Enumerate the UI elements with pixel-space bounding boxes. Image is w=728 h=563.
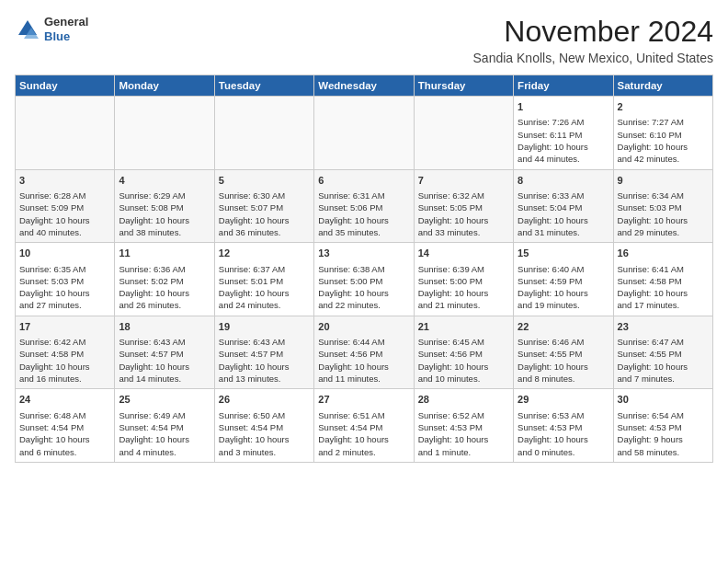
calendar-cell [414,97,513,170]
weekday-header-monday: Monday [115,75,214,97]
day-number: 5 [219,174,310,188]
day-number: 28 [418,393,509,407]
calendar-cell: 2Sunrise: 7:27 AM Sunset: 6:10 PM Daylig… [613,97,712,170]
calendar-cell: 7Sunrise: 6:32 AM Sunset: 5:05 PM Daylig… [414,169,513,243]
day-number: 14 [418,247,509,260]
weekday-header-thursday: Thursday [414,75,513,97]
day-info: Sunrise: 6:41 AM Sunset: 4:58 PM Dayligh… [618,263,709,312]
day-number: 27 [318,393,409,407]
day-info: Sunrise: 7:27 AM Sunset: 6:10 PM Dayligh… [618,116,709,165]
day-number: 18 [119,320,210,334]
calendar-cell: 29Sunrise: 6:53 AM Sunset: 4:53 PM Dayli… [514,389,613,463]
calendar-cell: 9Sunrise: 6:34 AM Sunset: 5:03 PM Daylig… [613,169,712,243]
location-title: Sandia Knolls, New Mexico, United States [473,51,713,65]
calendar-cell: 1Sunrise: 7:26 AM Sunset: 6:11 PM Daylig… [514,97,613,170]
calendar-cell: 12Sunrise: 6:37 AM Sunset: 5:01 PM Dayli… [214,243,313,316]
day-info: Sunrise: 6:48 AM Sunset: 4:54 PM Dayligh… [19,409,110,458]
calendar-cell: 10Sunrise: 6:35 AM Sunset: 5:03 PM Dayli… [16,243,115,316]
calendar-cell: 5Sunrise: 6:30 AM Sunset: 5:07 PM Daylig… [214,169,313,243]
day-info: Sunrise: 6:43 AM Sunset: 4:57 PM Dayligh… [119,336,210,385]
calendar: SundayMondayTuesdayWednesdayThursdayFrid… [15,75,713,463]
calendar-cell: 20Sunrise: 6:44 AM Sunset: 4:56 PM Dayli… [314,316,414,389]
week-row-3: 10Sunrise: 6:35 AM Sunset: 5:03 PM Dayli… [16,243,713,316]
day-number: 23 [618,320,709,334]
calendar-header-row: SundayMondayTuesdayWednesdayThursdayFrid… [16,75,713,97]
day-info: Sunrise: 6:49 AM Sunset: 4:54 PM Dayligh… [119,409,210,458]
calendar-cell [214,97,313,170]
day-number: 7 [418,174,509,188]
day-number: 1 [518,100,609,114]
day-number: 15 [518,247,609,260]
day-info: Sunrise: 6:39 AM Sunset: 5:00 PM Dayligh… [418,263,509,312]
day-info: Sunrise: 6:53 AM Sunset: 4:53 PM Dayligh… [518,409,609,458]
calendar-cell: 6Sunrise: 6:31 AM Sunset: 5:06 PM Daylig… [314,169,414,243]
calendar-cell [314,97,414,170]
day-info: Sunrise: 6:31 AM Sunset: 5:06 PM Dayligh… [318,190,409,238]
day-info: Sunrise: 6:32 AM Sunset: 5:05 PM Dayligh… [418,190,509,238]
day-info: Sunrise: 6:54 AM Sunset: 4:53 PM Dayligh… [618,409,709,458]
calendar-cell: 17Sunrise: 6:42 AM Sunset: 4:58 PM Dayli… [16,316,115,389]
day-number: 8 [518,174,609,188]
calendar-cell: 13Sunrise: 6:38 AM Sunset: 5:00 PM Dayli… [314,243,414,316]
day-info: Sunrise: 6:36 AM Sunset: 5:02 PM Dayligh… [119,263,210,312]
calendar-cell: 25Sunrise: 6:49 AM Sunset: 4:54 PM Dayli… [115,389,214,463]
calendar-cell: 27Sunrise: 6:51 AM Sunset: 4:54 PM Dayli… [314,389,414,463]
day-info: Sunrise: 6:34 AM Sunset: 5:03 PM Dayligh… [618,190,709,238]
day-number: 21 [418,320,509,334]
day-number: 22 [518,320,609,334]
day-number: 13 [318,247,409,260]
day-info: Sunrise: 6:28 AM Sunset: 5:09 PM Dayligh… [19,190,110,238]
calendar-cell: 18Sunrise: 6:43 AM Sunset: 4:57 PM Dayli… [115,316,214,389]
day-info: Sunrise: 7:26 AM Sunset: 6:11 PM Dayligh… [518,116,609,165]
logo-blue: Blue [44,29,70,43]
day-info: Sunrise: 6:44 AM Sunset: 4:56 PM Dayligh… [318,336,409,385]
calendar-cell: 8Sunrise: 6:33 AM Sunset: 5:04 PM Daylig… [514,169,613,243]
calendar-cell [16,97,115,170]
day-number: 17 [19,320,110,334]
day-number: 19 [219,320,310,334]
day-number: 25 [119,393,210,407]
day-number: 9 [618,174,709,188]
calendar-cell: 14Sunrise: 6:39 AM Sunset: 5:00 PM Dayli… [414,243,513,316]
logo-text: General Blue [44,15,88,43]
day-info: Sunrise: 6:51 AM Sunset: 4:54 PM Dayligh… [318,409,409,458]
calendar-cell: 15Sunrise: 6:40 AM Sunset: 4:59 PM Dayli… [514,243,613,316]
day-info: Sunrise: 6:42 AM Sunset: 4:58 PM Dayligh… [19,336,110,385]
calendar-cell: 4Sunrise: 6:29 AM Sunset: 5:08 PM Daylig… [115,169,214,243]
calendar-cell: 19Sunrise: 6:43 AM Sunset: 4:57 PM Dayli… [214,316,313,389]
weekday-header-tuesday: Tuesday [214,75,313,97]
weekday-header-saturday: Saturday [613,75,712,97]
day-number: 4 [119,174,210,188]
day-number: 3 [19,174,110,188]
day-number: 30 [618,393,709,407]
calendar-cell: 23Sunrise: 6:47 AM Sunset: 4:55 PM Dayli… [613,316,712,389]
header: General Blue November 2024 Sandia Knolls… [15,15,713,65]
day-info: Sunrise: 6:33 AM Sunset: 5:04 PM Dayligh… [518,190,609,238]
day-number: 16 [618,247,709,260]
calendar-cell: 26Sunrise: 6:50 AM Sunset: 4:54 PM Dayli… [214,389,313,463]
day-number: 29 [518,393,609,407]
week-row-5: 24Sunrise: 6:48 AM Sunset: 4:54 PM Dayli… [16,389,713,463]
day-info: Sunrise: 6:40 AM Sunset: 4:59 PM Dayligh… [518,263,609,312]
week-row-1: 1Sunrise: 7:26 AM Sunset: 6:11 PM Daylig… [16,97,713,170]
day-number: 24 [19,393,110,407]
weekday-header-wednesday: Wednesday [314,75,414,97]
day-info: Sunrise: 6:38 AM Sunset: 5:00 PM Dayligh… [318,263,409,312]
calendar-cell: 21Sunrise: 6:45 AM Sunset: 4:56 PM Dayli… [414,316,513,389]
day-number: 26 [219,393,310,407]
month-title: November 2024 [473,15,713,49]
day-info: Sunrise: 6:46 AM Sunset: 4:55 PM Dayligh… [518,336,609,385]
weekday-header-friday: Friday [514,75,613,97]
day-number: 10 [19,247,110,260]
day-number: 12 [219,247,310,260]
calendar-body: 1Sunrise: 7:26 AM Sunset: 6:11 PM Daylig… [16,97,713,463]
week-row-2: 3Sunrise: 6:28 AM Sunset: 5:09 PM Daylig… [16,169,713,243]
calendar-cell: 28Sunrise: 6:52 AM Sunset: 4:53 PM Dayli… [414,389,513,463]
day-number: 20 [318,320,409,334]
weekday-header-sunday: Sunday [16,75,115,97]
day-info: Sunrise: 6:50 AM Sunset: 4:54 PM Dayligh… [219,409,310,458]
day-info: Sunrise: 6:47 AM Sunset: 4:55 PM Dayligh… [618,336,709,385]
calendar-cell: 3Sunrise: 6:28 AM Sunset: 5:09 PM Daylig… [16,169,115,243]
title-block: November 2024 Sandia Knolls, New Mexico,… [473,15,713,65]
day-number: 11 [119,247,210,260]
